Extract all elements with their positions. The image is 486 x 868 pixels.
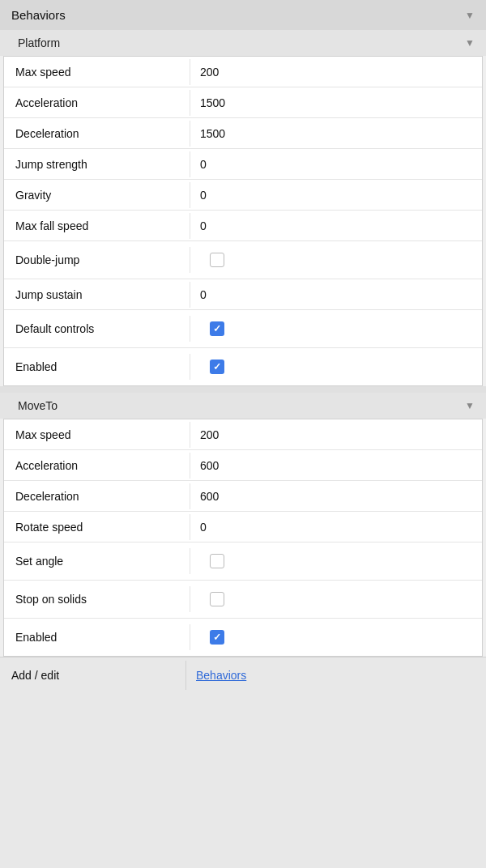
prop-label-rotate-speed: Rotate speed [4,514,190,540]
table-row: Jump sustain 0 [4,279,482,310]
prop-value-enabled-2 [190,619,482,656]
prop-value-default-controls [190,310,482,347]
table-row: Deceleration 600 [4,481,482,512]
prop-value-jump-strength: 0 [190,151,482,177]
moveto-header[interactable]: MoveTo ▼ [0,393,486,419]
default-controls-checkbox-container [200,317,472,341]
behaviors-title: Behaviors [11,8,66,22]
prop-label-default-controls: Default controls [4,316,190,342]
prop-value-max-speed-2: 200 [190,422,482,448]
enabled-1-checkbox-container [200,355,472,379]
stop-on-solids-checkbox[interactable] [210,592,224,606]
prop-label-set-angle: Set angle [4,548,190,574]
prop-label-gravity: Gravity [4,182,190,208]
prop-label-stop-on-solids: Stop on solids [4,586,190,612]
moveto-title: MoveTo [18,399,58,412]
footer-behaviors-link[interactable]: Behaviors [186,661,486,690]
platform-title: Platform [18,36,60,49]
table-row: Set angle [4,542,482,581]
prop-value-acceleration-2: 600 [190,453,482,479]
prop-label-acceleration-1: Acceleration [4,90,190,116]
table-row: Rotate speed 0 [4,512,482,542]
prop-value-jump-sustain: 0 [190,282,482,308]
prop-label-acceleration-2: Acceleration [4,453,190,479]
section-gap [0,386,486,393]
prop-label-jump-sustain: Jump sustain [4,282,190,308]
platform-chevron: ▼ [465,37,475,49]
behaviors-header[interactable]: Behaviors ▼ [0,0,486,30]
behaviors-chevron: ▼ [465,10,475,21]
prop-value-max-fall-speed: 0 [190,213,482,239]
prop-value-enabled-1 [190,348,482,385]
prop-label-max-speed-2: Max speed [4,422,190,448]
prop-value-rotate-speed: 0 [190,514,482,540]
prop-value-stop-on-solids [190,581,482,618]
platform-header[interactable]: Platform ▼ [0,30,486,56]
prop-label-double-jump: Double-jump [4,247,190,273]
double-jump-checkbox[interactable] [210,253,224,267]
prop-label-max-speed-1: Max speed [4,59,190,85]
enabled-1-checkbox[interactable] [210,360,224,374]
prop-label-enabled-1: Enabled [4,354,190,380]
double-jump-checkbox-container [200,248,472,272]
prop-value-deceleration-2: 600 [190,483,482,509]
set-angle-checkbox-container [200,549,472,573]
table-row: Default controls [4,310,482,348]
enabled-2-checkbox-container [200,625,472,649]
behaviors-panel: Behaviors ▼ Platform ▼ Max speed 200 Acc… [0,0,486,692]
prop-value-gravity: 0 [190,182,482,208]
prop-value-deceleration-1: 1500 [190,121,482,147]
footer-row: Add / edit Behaviors [0,657,486,692]
prop-label-deceleration-2: Deceleration [4,483,190,509]
prop-label-max-fall-speed: Max fall speed [4,213,190,239]
set-angle-checkbox[interactable] [210,554,224,568]
platform-section: Platform ▼ Max speed 200 Acceleration 15… [0,30,486,386]
prop-label-deceleration-1: Deceleration [4,121,190,147]
moveto-section: MoveTo ▼ Max speed 200 Acceleration 600 … [0,393,486,657]
table-row: Double-jump [4,241,482,279]
prop-value-set-angle [190,542,482,580]
table-row: Max fall speed 0 [4,211,482,241]
platform-properties-table: Max speed 200 Acceleration 1500 Decelera… [3,56,483,386]
table-row: Acceleration 600 [4,450,482,481]
moveto-properties-table: Max speed 200 Acceleration 600 Decelerat… [3,419,483,657]
table-row: Gravity 0 [4,180,482,211]
stop-on-solids-checkbox-container [200,587,472,611]
table-row: Deceleration 1500 [4,118,482,149]
prop-value-acceleration-1: 1500 [190,90,482,116]
table-row: Jump strength 0 [4,149,482,180]
prop-value-max-speed-1: 200 [190,59,482,85]
table-row: Enabled [4,619,482,656]
prop-value-double-jump [190,241,482,279]
default-controls-checkbox[interactable] [210,321,224,336]
table-row: Enabled [4,348,482,385]
moveto-chevron: ▼ [465,400,475,411]
prop-label-enabled-2: Enabled [4,624,190,650]
table-row: Stop on solids [4,581,482,619]
table-row: Max speed 200 [4,57,482,87]
table-row: Acceleration 1500 [4,87,482,118]
table-row: Max speed 200 [4,419,482,450]
enabled-2-checkbox[interactable] [210,630,224,645]
footer-label: Add / edit [0,661,186,690]
prop-label-jump-strength: Jump strength [4,151,190,177]
